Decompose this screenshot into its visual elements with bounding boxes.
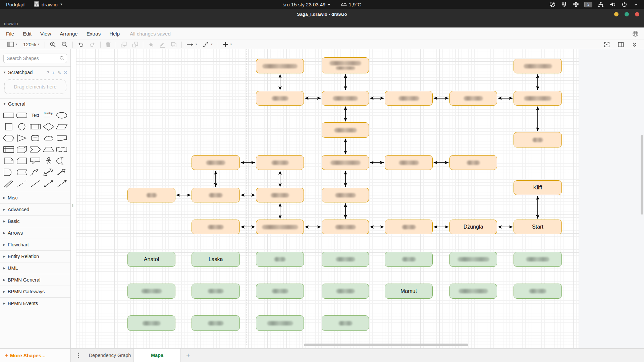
diagram-node-E2[interactable]: [192, 188, 240, 202]
shape-data-storage[interactable]: [15, 167, 29, 178]
toolbar-delete-button[interactable]: [103, 40, 114, 49]
diagram-node-G5[interactable]: [385, 252, 433, 267]
toolbar-redo-button[interactable]: [87, 40, 98, 49]
activities-menu[interactable]: Podgląd: [0, 0, 31, 9]
page-tab-mapa[interactable]: Mapa: [133, 349, 181, 362]
sidebar-section-uml[interactable]: ▶UML: [0, 262, 70, 274]
shape-bidirectional-arrow[interactable]: [42, 167, 55, 178]
toolbar-zoom-out-button[interactable]: [59, 40, 70, 49]
menu-help[interactable]: Help: [105, 31, 124, 37]
diagram-node-D2[interactable]: [192, 155, 240, 170]
diagram-node-E3[interactable]: [256, 188, 304, 202]
diagram-canvas[interactable]: KliffDżunglaStartAnatolLaskaMamut: [71, 49, 644, 348]
diagram-node-H3[interactable]: [256, 284, 304, 299]
diagram-node-G1[interactable]: Anatol: [127, 252, 175, 267]
menu-edit[interactable]: Edit: [18, 31, 36, 37]
diagram-node-G2[interactable]: Laska: [192, 252, 240, 267]
diagram-node-B5[interactable]: [385, 91, 433, 106]
diagram-node-F6[interactable]: Dżungla: [449, 220, 497, 234]
diagram-node-F7[interactable]: Start: [514, 220, 562, 234]
toolbar-fullscreen-button[interactable]: [601, 40, 612, 49]
diagram-node-F3[interactable]: [256, 220, 304, 234]
menu-file[interactable]: File: [2, 31, 18, 37]
toolbar-zoom-label[interactable]: 120%▼: [20, 40, 43, 49]
scratchpad-add-icon[interactable]: +: [52, 70, 55, 75]
dropbox-icon[interactable]: [561, 1, 568, 8]
diagram-node-D3[interactable]: [256, 155, 304, 170]
app-menu[interactable]: draw.io ▼: [31, 0, 66, 9]
diagram-node-E4[interactable]: [322, 188, 369, 202]
toolbar-view-panels-button[interactable]: ▼: [5, 40, 20, 49]
add-page-button[interactable]: +: [181, 349, 196, 362]
sidebar-section-advanced[interactable]: ▶Advanced: [0, 203, 70, 215]
diagram-node-C4[interactable]: [322, 122, 369, 138]
shape-ellipse[interactable]: [55, 110, 68, 121]
diagram-node-H6[interactable]: [449, 284, 497, 299]
section-general-header[interactable]: ▼ General: [0, 99, 70, 109]
diagram-node-H7[interactable]: [514, 284, 562, 299]
toolbar-fill-color-button[interactable]: [145, 40, 157, 49]
toolbar-insert-button[interactable]: ▼: [220, 40, 235, 49]
pages-menu-icon[interactable]: [71, 349, 86, 362]
shape-card[interactable]: [15, 156, 29, 166]
scratchpad-close-icon[interactable]: ✕: [64, 70, 67, 75]
toolbar-to-back-button[interactable]: [129, 40, 141, 49]
language-globe-icon[interactable]: [632, 31, 639, 37]
shape-trapezoid[interactable]: [42, 144, 55, 155]
sidebar-section-flowchart[interactable]: ▶Flowchart: [0, 239, 70, 250]
vertical-scrollbar[interactable]: [641, 135, 643, 215]
workspace-badge[interactable]: 3: [584, 2, 592, 7]
shape-process[interactable]: [29, 121, 42, 132]
maximize-button[interactable]: [625, 12, 629, 16]
shape-line[interactable]: [29, 178, 42, 189]
shape-or[interactable]: [55, 156, 68, 166]
window-titlebar[interactable]: Saga_I.drawio - draw.io: [0, 9, 644, 19]
diagram-node-I2[interactable]: [192, 315, 240, 331]
clock[interactable]: śro 15 sty 23:03:49: [283, 2, 330, 7]
diagram-node-D6[interactable]: [449, 155, 497, 170]
sidebar-section-entity-relation[interactable]: ▶Entity Relation: [0, 250, 70, 262]
page-tab-dependency-graph[interactable]: Dependency Graph: [86, 349, 133, 362]
network-icon[interactable]: [597, 1, 604, 8]
diagram-node-A4[interactable]: [322, 57, 369, 73]
scratchpad-help-icon[interactable]: ?: [47, 70, 49, 75]
steam-icon[interactable]: [549, 1, 556, 8]
shape-actor[interactable]: [42, 156, 55, 166]
minimize-button[interactable]: [614, 12, 619, 16]
shape-triangle[interactable]: [15, 133, 29, 143]
shape-note[interactable]: [2, 156, 15, 166]
menu-extras[interactable]: Extras: [82, 31, 105, 37]
shape-rectangle[interactable]: [2, 110, 15, 121]
shape-hexagon[interactable]: [2, 133, 15, 143]
diagram-node-B3[interactable]: [256, 91, 304, 106]
caret-down-icon[interactable]: [633, 1, 639, 8]
clipboard-clock-icon[interactable]: [573, 1, 579, 8]
diagram-node-G3[interactable]: [256, 252, 304, 267]
more-shapes-button[interactable]: + More Shapes...: [5, 352, 46, 359]
diagram-node-F4[interactable]: [322, 220, 369, 234]
shape-arrow[interactable]: [55, 167, 68, 178]
shape-link[interactable]: [2, 178, 15, 189]
power-icon[interactable]: [621, 1, 628, 8]
diagram-node-D5[interactable]: [385, 155, 433, 170]
shape-tape[interactable]: [55, 144, 68, 155]
diagram-node-H1[interactable]: [127, 284, 175, 299]
weather-widget[interactable]: 1,9°C: [340, 1, 361, 8]
volume-icon[interactable]: [609, 1, 616, 8]
sidebar-section-arrows[interactable]: ▶Arrows: [0, 227, 70, 239]
diagram-node-H4[interactable]: [322, 284, 369, 299]
shape-step[interactable]: [29, 144, 42, 155]
shape-circle[interactable]: [15, 121, 29, 132]
shape-directional-connector[interactable]: [55, 178, 68, 189]
sidebar-section-basic[interactable]: ▶Basic: [0, 215, 70, 227]
toolbar-to-front-button[interactable]: [118, 40, 129, 49]
diagram-node-F5[interactable]: [385, 220, 433, 234]
shape-textbox[interactable]: Heading: [42, 110, 55, 121]
diagram-node-I3[interactable]: [256, 315, 304, 331]
diagram-node-D4[interactable]: [322, 155, 369, 170]
diagram-node-C7[interactable]: [514, 132, 562, 147]
shape-rounded-rectangle[interactable]: [15, 110, 29, 121]
shape-parallelogram[interactable]: [55, 121, 68, 132]
diagram-node-G4[interactable]: [322, 252, 369, 267]
toolbar-connection-button[interactable]: ▼: [184, 40, 200, 49]
